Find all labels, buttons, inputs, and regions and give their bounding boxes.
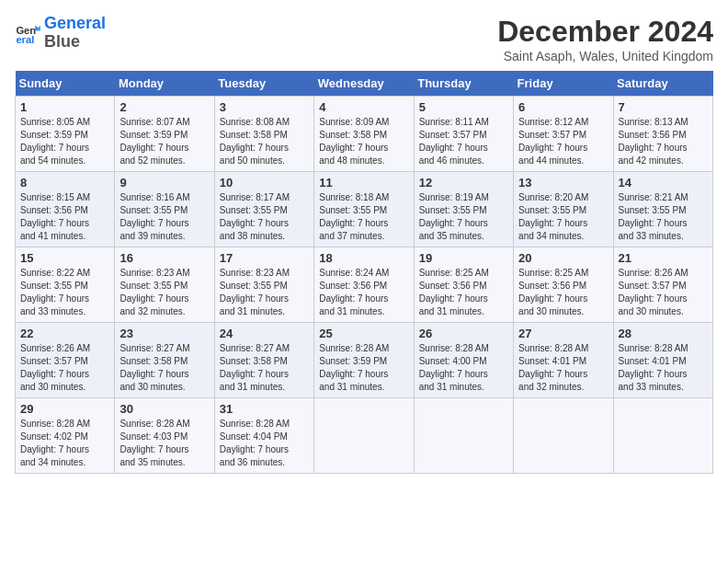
- day-number: 19: [419, 251, 508, 265]
- day-number: 2: [119, 100, 209, 114]
- daylight-minutes: and 35 minutes.: [119, 457, 185, 467]
- calendar-cell: 28 Sunrise: 8:28 AM Sunset: 4:01 PM Dayl…: [613, 323, 712, 398]
- day-info: Sunrise: 8:16 AM Sunset: 3:55 PM Dayligh…: [119, 191, 209, 243]
- sunrise-label: Sunrise: 8:28 AM: [419, 343, 489, 353]
- sunset-label: Sunset: 3:57 PM: [419, 130, 487, 140]
- sunrise-label: Sunrise: 8:28 AM: [20, 419, 90, 429]
- sunset-label: Sunset: 3:55 PM: [619, 205, 687, 215]
- daylight-label: Daylight: 7 hours: [619, 218, 688, 228]
- daylight-label: Daylight: 7 hours: [419, 293, 488, 304]
- logo-text: GeneralBlue: [44, 15, 106, 52]
- daylight-label: Daylight: 7 hours: [419, 369, 488, 379]
- sunrise-label: Sunrise: 8:20 AM: [518, 192, 588, 202]
- daylight-minutes: and 31 minutes.: [419, 382, 484, 392]
- sunrise-label: Sunrise: 8:24 AM: [319, 268, 389, 278]
- calendar-week-row: 1 Sunrise: 8:05 AM Sunset: 3:59 PM Dayli…: [16, 97, 713, 172]
- day-number: 3: [220, 100, 309, 114]
- sunset-label: Sunset: 3:55 PM: [119, 205, 188, 215]
- calendar-cell: 6 Sunrise: 8:12 AM Sunset: 3:57 PM Dayli…: [514, 97, 613, 172]
- day-number: 26: [419, 327, 508, 340]
- day-info: Sunrise: 8:28 AM Sunset: 4:00 PM Dayligh…: [419, 342, 508, 394]
- calendar-cell: 18 Sunrise: 8:24 AM Sunset: 3:56 PM Dayl…: [314, 247, 414, 323]
- daylight-label: Daylight: 7 hours: [518, 218, 587, 228]
- sunrise-label: Sunrise: 8:19 AM: [419, 192, 489, 202]
- sunset-label: Sunset: 4:01 PM: [518, 356, 586, 366]
- daylight-minutes: and 31 minutes.: [319, 382, 384, 392]
- day-number: 17: [220, 251, 309, 265]
- day-info: Sunrise: 8:27 AM Sunset: 3:58 PM Dayligh…: [220, 342, 309, 394]
- daylight-minutes: and 33 minutes.: [619, 382, 684, 392]
- day-info: Sunrise: 8:28 AM Sunset: 4:02 PM Dayligh…: [20, 418, 109, 469]
- calendar-cell: 2 Sunrise: 8:07 AM Sunset: 3:59 PM Dayli…: [115, 97, 214, 172]
- sunset-label: Sunset: 4:02 PM: [20, 431, 88, 442]
- daylight-minutes: and 39 minutes.: [119, 231, 185, 241]
- sunset-label: Sunset: 3:56 PM: [619, 130, 687, 140]
- daylight-minutes: and 46 minutes.: [419, 155, 484, 166]
- day-number: 22: [20, 327, 109, 340]
- sunset-label: Sunset: 3:57 PM: [518, 130, 586, 140]
- day-number: 21: [619, 251, 708, 265]
- sunrise-label: Sunrise: 8:27 AM: [119, 343, 189, 353]
- daylight-label: Daylight: 7 hours: [319, 143, 388, 153]
- sunrise-label: Sunrise: 8:12 AM: [518, 117, 588, 127]
- daylight-minutes: and 34 minutes.: [20, 457, 85, 467]
- daylight-label: Daylight: 7 hours: [119, 143, 188, 153]
- daylight-label: Daylight: 7 hours: [419, 218, 488, 228]
- daylight-minutes: and 31 minutes.: [319, 306, 384, 316]
- day-info: Sunrise: 8:05 AM Sunset: 3:59 PM Dayligh…: [20, 116, 109, 167]
- daylight-label: Daylight: 7 hours: [319, 369, 388, 379]
- calendar-cell: 21 Sunrise: 8:26 AM Sunset: 3:57 PM Dayl…: [613, 247, 712, 323]
- day-info: Sunrise: 8:25 AM Sunset: 3:56 PM Dayligh…: [419, 267, 508, 318]
- calendar-cell: 30 Sunrise: 8:28 AM Sunset: 4:03 PM Dayl…: [115, 398, 214, 474]
- daylight-minutes: and 48 minutes.: [319, 155, 384, 166]
- day-info: Sunrise: 8:21 AM Sunset: 3:55 PM Dayligh…: [619, 191, 708, 243]
- sunrise-label: Sunrise: 8:16 AM: [119, 192, 189, 202]
- day-number: 10: [220, 176, 309, 190]
- calendar-cell: 5 Sunrise: 8:11 AM Sunset: 3:57 PM Dayli…: [414, 97, 513, 172]
- day-number: 11: [319, 176, 408, 190]
- header-wednesday: Wednesday: [314, 71, 414, 97]
- calendar-cell: 10 Sunrise: 8:17 AM Sunset: 3:55 PM Dayl…: [214, 172, 313, 247]
- header-saturday: Saturday: [613, 71, 712, 97]
- logo: Gen eral GeneralBlue: [15, 15, 106, 52]
- day-number: 23: [119, 327, 209, 340]
- calendar-cell: 13 Sunrise: 8:20 AM Sunset: 3:55 PM Dayl…: [514, 172, 613, 247]
- sunrise-label: Sunrise: 8:26 AM: [20, 343, 90, 353]
- sunrise-label: Sunrise: 8:05 AM: [20, 117, 90, 127]
- sunrise-label: Sunrise: 8:28 AM: [518, 343, 588, 353]
- daylight-minutes: and 30 minutes.: [20, 382, 85, 392]
- sunrise-label: Sunrise: 8:08 AM: [220, 117, 290, 127]
- sunset-label: Sunset: 3:55 PM: [119, 281, 188, 291]
- calendar-cell: 3 Sunrise: 8:08 AM Sunset: 3:58 PM Dayli…: [214, 97, 313, 172]
- sunset-label: Sunset: 3:56 PM: [518, 281, 586, 291]
- day-number: 4: [319, 100, 408, 114]
- daylight-label: Daylight: 7 hours: [119, 444, 188, 454]
- daylight-label: Daylight: 7 hours: [20, 369, 89, 379]
- calendar-header-row: SundayMondayTuesdayWednesdayThursdayFrid…: [16, 71, 713, 97]
- header-thursday: Thursday: [414, 71, 513, 97]
- day-number: 5: [419, 100, 508, 114]
- day-number: 28: [619, 327, 708, 340]
- day-info: Sunrise: 8:09 AM Sunset: 3:58 PM Dayligh…: [319, 116, 408, 167]
- daylight-minutes: and 30 minutes.: [619, 306, 684, 316]
- sunset-label: Sunset: 3:56 PM: [20, 205, 88, 215]
- sunset-label: Sunset: 3:55 PM: [220, 281, 288, 291]
- sunrise-label: Sunrise: 8:17 AM: [220, 192, 290, 202]
- calendar-cell: [613, 398, 712, 474]
- daylight-minutes: and 33 minutes.: [619, 231, 684, 241]
- daylight-label: Daylight: 7 hours: [518, 143, 587, 153]
- calendar-cell: 29 Sunrise: 8:28 AM Sunset: 4:02 PM Dayl…: [16, 398, 115, 474]
- daylight-minutes: and 36 minutes.: [220, 457, 285, 467]
- day-info: Sunrise: 8:13 AM Sunset: 3:56 PM Dayligh…: [619, 116, 708, 167]
- day-number: 8: [20, 176, 109, 190]
- calendar-cell: 14 Sunrise: 8:21 AM Sunset: 3:55 PM Dayl…: [613, 172, 712, 247]
- day-info: Sunrise: 8:08 AM Sunset: 3:58 PM Dayligh…: [220, 116, 309, 167]
- daylight-minutes: and 33 minutes.: [20, 306, 85, 316]
- daylight-label: Daylight: 7 hours: [319, 218, 388, 228]
- day-info: Sunrise: 8:27 AM Sunset: 3:58 PM Dayligh…: [119, 342, 209, 394]
- calendar-week-row: 22 Sunrise: 8:26 AM Sunset: 3:57 PM Dayl…: [16, 323, 713, 398]
- calendar-cell: 1 Sunrise: 8:05 AM Sunset: 3:59 PM Dayli…: [16, 97, 115, 172]
- day-number: 18: [319, 251, 408, 265]
- daylight-label: Daylight: 7 hours: [319, 293, 388, 304]
- sunrise-label: Sunrise: 8:22 AM: [20, 268, 90, 278]
